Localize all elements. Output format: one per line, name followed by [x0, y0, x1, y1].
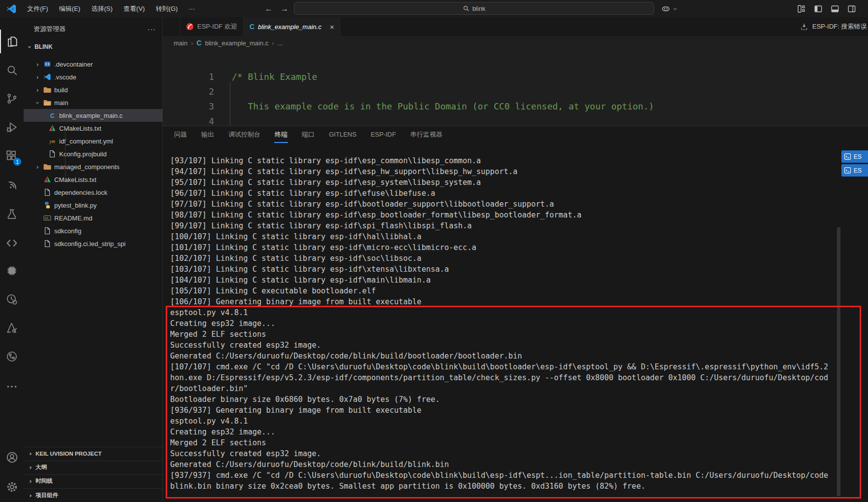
- extensions-icon[interactable]: 1: [0, 144, 24, 168]
- toggle-panel-icon[interactable]: [831, 4, 839, 13]
- sidebar-actions-button[interactable]: ···: [147, 25, 156, 33]
- breadcrumb-more[interactable]: ...: [278, 39, 283, 47]
- file-icon: [43, 188, 51, 196]
- section-keil-uvision-project[interactable]: › KEIL UVISION PROJECT: [24, 447, 163, 460]
- svg-text:M↓: M↓: [45, 216, 49, 220]
- tree-item-readme-md[interactable]: M↓ README.md: [24, 212, 163, 224]
- gitlens-inspect-icon[interactable]: [0, 287, 24, 311]
- section-blink[interactable]: › BLINK: [24, 41, 163, 53]
- terminal-list-item[interactable]: ES: [841, 150, 868, 163]
- svg-text:C: C: [50, 112, 55, 119]
- cmake-icon: [48, 124, 56, 132]
- terminal-line: Creating esp32 image...: [170, 318, 848, 329]
- c-file-icon: C: [48, 111, 56, 119]
- panel-tab-ports[interactable]: 端口: [301, 127, 315, 142]
- menu-selection[interactable]: 选择(S): [86, 2, 118, 15]
- search-input[interactable]: blink: [294, 2, 654, 15]
- chevron-right-icon: ›: [28, 492, 34, 499]
- tree-item-cmakelists-root[interactable]: CMakeLists.txt: [24, 173, 163, 186]
- tree-item-cmakelists-main[interactable]: CMakeLists.txt: [24, 122, 163, 135]
- tree-item-idf-component-yml[interactable]: ym idf_component.yml: [24, 135, 163, 147]
- menu-goto[interactable]: 转到(G): [150, 2, 183, 15]
- copilot-icon: [661, 4, 671, 14]
- run-debug-icon[interactable]: [0, 115, 24, 139]
- chevron-right-icon: ›: [28, 477, 34, 485]
- git-graph-icon[interactable]: [0, 345, 24, 368]
- more-views-icon[interactable]: [0, 375, 24, 398]
- toggle-secondary-sidebar-icon[interactable]: [847, 4, 856, 13]
- espressif-icon[interactable]: [0, 174, 24, 197]
- close-icon[interactable]: ×: [330, 23, 334, 31]
- tree-item-vscode[interactable]: › .vscode: [24, 71, 163, 83]
- account-icon[interactable]: [0, 445, 24, 469]
- tree-item-sdkconfig-ci-led-strip-spi[interactable]: sdkconfig.ci.led_strip_spi: [24, 237, 163, 250]
- terminal-line: [106/107] Generating binary image from b…: [170, 296, 848, 307]
- section-outline[interactable]: › 大纲: [24, 461, 163, 473]
- terminal-icon: [844, 167, 851, 174]
- chevron-down-icon: ›: [26, 44, 34, 50]
- terminal-line: [99/107] Linking C static library esp-id…: [170, 220, 848, 231]
- panel-tab-output[interactable]: 输出: [201, 127, 215, 142]
- cmake-tools-icon[interactable]: [0, 316, 24, 340]
- panel-tab-problems[interactable]: 问题: [174, 127, 187, 142]
- settings-gear-icon[interactable]: [0, 475, 24, 499]
- tab-blink-example-main-c[interactable]: C blink_example_main.c ×: [244, 17, 341, 36]
- chip-icon[interactable]: [0, 259, 24, 283]
- terminal-line: esptool.py v4.8.1: [170, 416, 848, 427]
- tree-item-kconfig-projbuild[interactable]: Kconfig.projbuild: [24, 147, 163, 160]
- panel-tab-debug-console[interactable]: 调试控制台: [228, 127, 261, 142]
- tree-item-blink-example-main-c[interactable]: C blink_example_main.c: [24, 109, 163, 122]
- tree-item-devcontainer[interactable]: › .devcontainer: [24, 58, 163, 71]
- tab-esp-idf-welcome[interactable]: ESP-IDF 欢迎: [180, 17, 244, 36]
- espressif-logo-icon: [186, 23, 194, 31]
- nav-back-arrow[interactable]: ←: [260, 4, 277, 13]
- panel-tab-serial-monitor[interactable]: 串行监视器: [410, 127, 443, 142]
- tree-item-build[interactable]: › build: [24, 83, 163, 96]
- panel-tab-gitlens[interactable]: GITLENS: [328, 128, 357, 141]
- chevron-right-icon: ›: [35, 73, 40, 81]
- menu-file[interactable]: 文件(F): [22, 2, 54, 15]
- copilot-button[interactable]: [661, 4, 678, 14]
- flash-download-icon[interactable]: [800, 23, 808, 31]
- section-timeline[interactable]: › 时间线: [24, 474, 163, 487]
- customize-layout-icon[interactable]: [797, 4, 806, 13]
- tree-item-managed-components[interactable]: › managed_components: [24, 160, 163, 173]
- vscode-icon: [43, 73, 51, 81]
- terminal-line: [94/107] Linking C static library esp-id…: [170, 166, 848, 177]
- panel-tab-terminal[interactable]: 终端: [274, 127, 288, 142]
- terminal-line: blink.bin binary size 0x2cea0 bytes. Sma…: [170, 481, 848, 492]
- terminal-list-item[interactable]: ES: [841, 164, 868, 177]
- panel-tab-esp-idf[interactable]: ESP-IDF: [370, 128, 397, 141]
- menu-more[interactable]: ···: [183, 3, 200, 14]
- code-line: This example code is in the Public Domai…: [232, 99, 654, 114]
- code-brackets-icon[interactable]: [0, 231, 24, 255]
- svg-text:ym: ym: [49, 139, 55, 144]
- tree-item-main[interactable]: › main: [24, 96, 163, 109]
- cmake-icon: [43, 176, 51, 183]
- esp-idf-search-action[interactable]: ESP-IDF: 搜索错误: [812, 22, 867, 31]
- indent-guide: [65, 126, 66, 178]
- code-line: /* Blink Example: [232, 70, 317, 84]
- terminal-scrollbar[interactable]: [837, 227, 840, 496]
- test-flask-icon[interactable]: [0, 202, 24, 226]
- tree-item-pytest-blink-py[interactable]: pytest_blink.py: [24, 199, 163, 212]
- menu-edit[interactable]: 编辑(E): [54, 2, 86, 15]
- line-number: 3: [163, 99, 214, 114]
- terminal-output: [93/107] Linking C static library esp-id…: [170, 155, 848, 492]
- nav-forward-arrow[interactable]: →: [276, 4, 293, 13]
- c-file-icon: C: [197, 39, 202, 47]
- menu-view[interactable]: 查看(V): [118, 2, 150, 15]
- explorer-icon[interactable]: [0, 30, 24, 53]
- toggle-sidebar-icon[interactable]: [814, 4, 823, 13]
- terminal-line: [93/107] Linking C static library esp-id…: [170, 155, 848, 166]
- terminal-line: [96/107] Linking C static library esp-id…: [170, 188, 848, 199]
- tree-item-sdkconfig[interactable]: sdkconfig: [24, 224, 163, 237]
- section-project-components[interactable]: › 项目组件: [24, 488, 163, 502]
- breadcrumb-file[interactable]: blink_example_main.c: [205, 39, 269, 47]
- line-number: 1: [163, 70, 214, 84]
- source-control-icon[interactable]: [0, 87, 24, 110]
- search-view-icon[interactable]: [0, 58, 24, 82]
- breadcrumb-folder[interactable]: main: [174, 39, 187, 47]
- tree-item-dependencies-lock[interactable]: dependencies.lock: [24, 186, 163, 199]
- chevron-right-icon: ›: [35, 86, 40, 94]
